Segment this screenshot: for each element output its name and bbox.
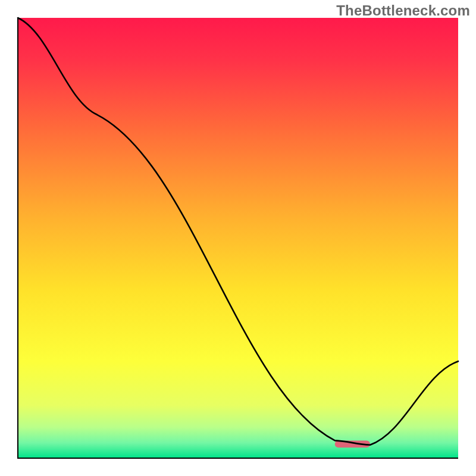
bottleneck-chart xyxy=(0,0,476,476)
gradient-background xyxy=(18,18,458,458)
plot-area xyxy=(18,18,458,458)
chart-container: TheBottleneck.com xyxy=(0,0,476,476)
watermark-text: TheBottleneck.com xyxy=(336,2,470,19)
